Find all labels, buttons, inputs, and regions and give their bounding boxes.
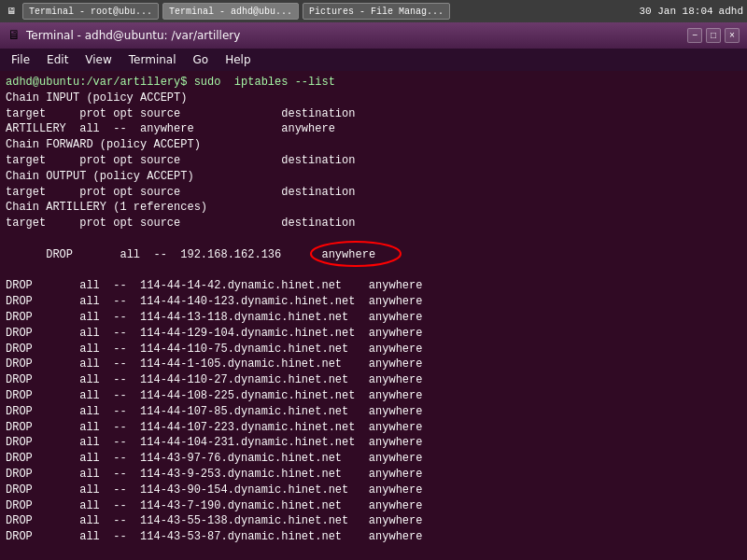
- terminal-line: target prot opt source destination: [6, 153, 741, 169]
- menu-terminal[interactable]: Terminal: [121, 51, 184, 68]
- titlebar-controls: − □ ×: [687, 28, 740, 43]
- taskbar-adhd-terminal-label: Terminal - adhd@ubu...: [169, 7, 292, 17]
- taskbar-btn-file-manager[interactable]: Pictures - File Manag...: [303, 3, 450, 20]
- terminal-line: DROP all -- 114-43-9-253.dynamic.hinet.n…: [6, 467, 741, 483]
- menu-view[interactable]: View: [78, 51, 119, 68]
- taskbar-system-icon: 🖥: [4, 4, 19, 19]
- titlebar: 🖥 Terminal - adhd@ubuntu: /var/artillery…: [0, 22, 747, 49]
- terminal-line: target prot opt source destination: [6, 216, 741, 231]
- terminal-line: DROP all -- 114-43-97-76.dynamic.hinet.n…: [6, 451, 741, 467]
- maximize-button[interactable]: □: [706, 28, 721, 43]
- taskbar-username: adhd: [719, 6, 743, 17]
- menu-edit[interactable]: Edit: [39, 51, 76, 68]
- taskbar: 🖥 Terminal - root@ubu... Terminal - adhd…: [0, 0, 747, 22]
- highlighted-row: DROP all -- 192.168.162.136 anywhere: [6, 231, 741, 278]
- menu-go[interactable]: Go: [186, 51, 217, 68]
- terminal-line: DROP all -- 114-43-90-154.dynamic.hinet.…: [6, 483, 741, 498]
- terminal-line: DROP all -- 114-44-104-231.dynamic.hinet…: [6, 435, 741, 451]
- terminal-line: Chain INPUT (policy ACCEPT): [6, 91, 741, 106]
- drop-row-highlight: DROP all -- 192.168.162.136 anywhere: [46, 248, 375, 261]
- terminal-line: Chain FORWARD (policy ACCEPT): [6, 137, 741, 153]
- terminal-line: DROP all -- 114-44-129-104.dynamic.hinet…: [6, 326, 741, 342]
- menubar: File Edit View Terminal Go Help: [0, 49, 747, 71]
- taskbar-right: 30 Jan 18:04 adhd: [639, 6, 743, 17]
- window-title: Terminal - adhd@ubuntu: /var/artillery: [26, 29, 240, 42]
- terminal-line: DROP all -- 114-43-7-190.dynamic.hinet.n…: [6, 498, 741, 514]
- terminal-line: DROP all -- 114-44-110-75.dynamic.hinet.…: [6, 342, 741, 357]
- terminal-line: DROP all -- 114-43-53-87.dynamic.hinet.n…: [6, 529, 741, 545]
- terminal-line: target prot opt source destination: [6, 106, 741, 122]
- terminal-line: target prot opt source destination: [6, 185, 741, 201]
- terminal-line: DROP all -- 114-44-1-105.dynamic.hinet.n…: [6, 357, 741, 372]
- terminal-line: DROP all -- 114-44-14-42.dynamic.hinet.n…: [6, 278, 741, 294]
- menu-help[interactable]: Help: [218, 51, 258, 68]
- command-line: adhd@ubuntu:/var/artillery$ sudo iptable…: [6, 75, 741, 91]
- taskbar-btn-root-terminal[interactable]: Terminal - root@ubu...: [22, 3, 159, 20]
- terminal-line: Chain OUTPUT (policy ACCEPT): [6, 169, 741, 185]
- terminal-line: DROP all -- 114-44-108-225.dynamic.hinet…: [6, 388, 741, 404]
- terminal-line: ARTILLERY all -- anywhere anywhere: [6, 121, 741, 137]
- terminal-line: DROP all -- 114-44-107-85.dynamic.hinet.…: [6, 404, 741, 420]
- terminal-line: DROP all -- 114-43-55-138.dynamic.hinet.…: [6, 513, 741, 529]
- minimize-button[interactable]: −: [687, 28, 702, 43]
- terminal-line: Chain ARTILLERY (1 references): [6, 200, 741, 216]
- svg-point-0: [311, 242, 401, 266]
- close-button[interactable]: ×: [725, 28, 740, 43]
- taskbar-file-manager-label: Pictures - File Manag...: [309, 7, 444, 17]
- menu-file[interactable]: File: [4, 51, 37, 68]
- terminal-line: DROP all -- 114-44-13-118.dynamic.hinet.…: [6, 310, 741, 326]
- terminal-window: 🖥 Terminal - adhd@ubuntu: /var/artillery…: [0, 22, 747, 560]
- terminal-line: DROP all -- 114-44-107-223.dynamic.hinet…: [6, 420, 741, 436]
- taskbar-root-terminal-label: Terminal - root@ubu...: [29, 7, 152, 17]
- taskbar-btn-adhd-terminal[interactable]: Terminal - adhd@ubu...: [162, 3, 299, 20]
- taskbar-datetime: 30 Jan 18:04: [639, 6, 712, 17]
- terminal-content[interactable]: adhd@ubuntu:/var/artillery$ sudo iptable…: [0, 71, 747, 560]
- terminal-line: DROP all -- 114-44-110-27.dynamic.hinet.…: [6, 372, 741, 388]
- terminal-line: DROP all -- 114-44-140-123.dynamic.hinet…: [6, 294, 741, 310]
